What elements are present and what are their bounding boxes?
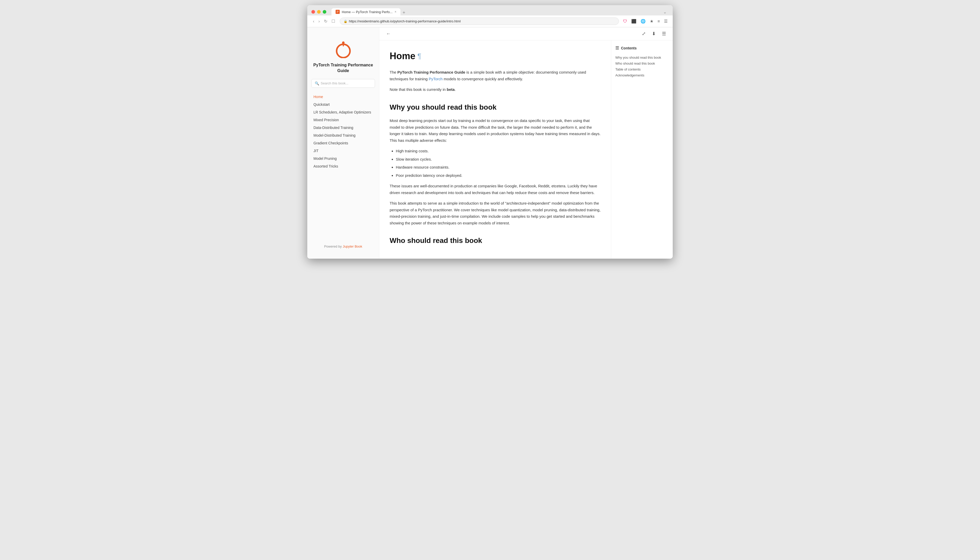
toc-item-2[interactable]: Who should read this book (615, 60, 663, 67)
sidebar-item-mixed-precision[interactable]: Mixed Precision (309, 116, 377, 124)
url-bar[interactable]: 🔒 https://residentmario.github.io/pytorc… (340, 18, 619, 25)
sidebar-item-home[interactable]: Home (309, 93, 377, 101)
section1-paragraph1: Most deep learning projects start out by… (390, 117, 601, 143)
search-placeholder: Search this book... (321, 81, 348, 85)
svg-point-1 (342, 42, 345, 44)
toc-icon: ☰ (615, 45, 619, 50)
close-button[interactable] (312, 10, 315, 13)
contents-button[interactable]: ☰ ☰ (660, 30, 668, 38)
toc-item-4[interactable]: Acknowledgements (615, 72, 663, 78)
search-icon: 🔍 (315, 81, 319, 85)
menu-button[interactable]: ☰ (663, 18, 668, 25)
extension-icon-4[interactable]: ≡ (657, 18, 661, 25)
pilcrow-icon: ¶ (417, 50, 421, 62)
toc-sidebar: ☰ Contents Why you should read this book… (611, 40, 668, 258)
main-area: ← ⤢ ⬇ ☰ ☰ Home ¶ (379, 27, 673, 258)
list-item: High training costs. (396, 148, 601, 154)
browser-actions: 🛡 ⬛ 🌐 ★ ≡ ☰ (622, 18, 668, 25)
list-item: Poor prediction latency once deployed. (396, 172, 601, 179)
toolbar-left: ← (385, 30, 392, 38)
toc-item-1[interactable]: Why you should read this book (615, 55, 663, 60)
sidebar-item-data-distributed[interactable]: Data-Distributed Training (309, 124, 377, 132)
sidebar-title: PyTorch Training Performance Guide (307, 62, 379, 74)
sidebar-footer: Powered by Jupyter Book (319, 239, 367, 253)
maximize-button[interactable] (323, 10, 326, 13)
left-sidebar: PyTorch Training Performance Guide 🔍 Sea… (307, 27, 379, 258)
browser-window: P Home — PyTorch Training Perfo... × + ⌄… (307, 5, 673, 258)
main-content: Home ¶ The PyTorch Training Performance … (379, 40, 673, 258)
sidebar-item-lr-schedulers[interactable]: LR Schedulers, Adaptive Optimizers (309, 108, 377, 116)
sidebar-item-assorted-tricks[interactable]: Assorted Tricks (309, 162, 377, 170)
address-bar: ‹ › ↻ ☐ 🔒 https://residentmario.github.i… (307, 15, 673, 27)
nav-buttons: ‹ › ↻ ☐ (312, 18, 337, 25)
page-content: PyTorch Training Performance Guide 🔍 Sea… (307, 27, 673, 258)
sidebar-item-model-pruning[interactable]: Model Pruning (309, 155, 377, 162)
extension-icon-3[interactable]: ★ (649, 18, 655, 25)
traffic-lights (312, 10, 326, 13)
back-toolbar-button[interactable]: ← (385, 30, 392, 38)
toc-title: Contents (621, 46, 637, 50)
title-bar: P Home — PyTorch Training Perfo... × + ⌄ (307, 5, 673, 15)
section1-paragraph2: These issues are well-documented in prod… (390, 183, 601, 196)
article-title: Home ¶ (390, 48, 601, 64)
download-button[interactable]: ⬇ (650, 30, 657, 38)
back-button[interactable]: ‹ (312, 18, 316, 25)
sidebar-item-jit[interactable]: JIT (309, 147, 377, 155)
section1-paragraph3: This book attempts to serve as a simple … (390, 200, 601, 226)
minimize-button[interactable] (317, 10, 321, 13)
toc-header: ☰ Contents (615, 45, 663, 50)
contents-icon: ☰ (662, 31, 666, 36)
sidebar-item-quickstart[interactable]: Quickstart (309, 101, 377, 108)
bookmark-button[interactable]: ☐ (330, 18, 337, 25)
footer-text: Powered by (324, 245, 343, 248)
toolbar-right: ⤢ ⬇ ☰ ☰ (640, 30, 668, 38)
section2-title: Who should read this book (390, 235, 601, 247)
section1-title: Why you should read this book (390, 101, 601, 113)
bullet-list: High training costs. Slow iteration cycl… (396, 148, 601, 178)
content-toolbar: ← ⤢ ⬇ ☰ ☰ (379, 27, 673, 40)
new-tab-button[interactable]: + (400, 10, 407, 15)
sidebar-nav: Home Quickstart LR Schedulers, Adaptive … (307, 93, 379, 170)
extension-icon-2[interactable]: 🌐 (640, 18, 647, 25)
forward-button[interactable]: › (317, 18, 321, 25)
intro-paragraph: The PyTorch Training Performance Guide i… (390, 69, 601, 82)
fullscreen-button[interactable]: ⤢ (640, 30, 647, 38)
search-box[interactable]: 🔍 Search this book... (312, 79, 375, 88)
list-item: Slow iteration cycles. (396, 156, 601, 163)
window-scroll-button[interactable]: ⌄ (663, 10, 668, 14)
active-tab[interactable]: P Home — PyTorch Training Perfo... × (332, 8, 400, 15)
tab-close-button[interactable]: × (395, 10, 396, 13)
sidebar-item-model-distributed[interactable]: Model-Distributed Training (309, 132, 377, 139)
tab-favicon: P (336, 10, 340, 14)
sidebar-item-gradient-checkpoints[interactable]: Gradient Checkpoints (309, 139, 377, 147)
extension-icon-1[interactable]: ⬛ (630, 18, 637, 25)
toc-item-3[interactable]: Table of contents (615, 67, 663, 72)
article: Home ¶ The PyTorch Training Performance … (379, 40, 611, 258)
brave-shield-icon[interactable]: 🛡 (622, 18, 628, 25)
lock-icon: 🔒 (343, 20, 347, 23)
beta-paragraph: Note that this book is currently in beta… (390, 86, 601, 93)
refresh-button[interactable]: ↻ (322, 18, 329, 25)
logo (333, 38, 353, 58)
tabs-bar: P Home — PyTorch Training Perfo... × + (332, 8, 660, 15)
tab-title: Home — PyTorch Training Perfo... (342, 10, 392, 14)
url-text: https://residentmario.github.io/pytorch-… (349, 19, 461, 23)
pytorch-link[interactable]: PyTorch (429, 77, 443, 81)
list-item: Hardware resource constraints. (396, 164, 601, 171)
jupyter-book-link[interactable]: Jupyter Book (343, 245, 362, 248)
